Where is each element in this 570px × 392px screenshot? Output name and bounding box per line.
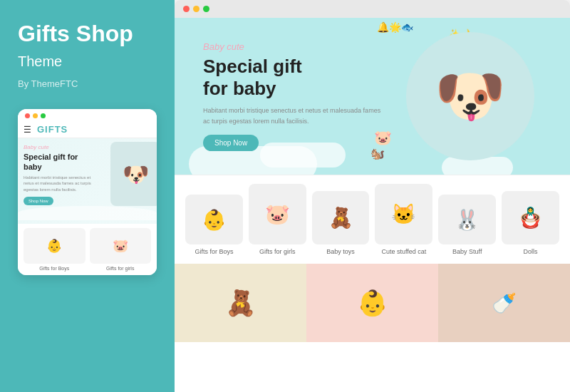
mobile-product-card-boys: 👶 Gifts for Boys: [24, 228, 86, 271]
product-label-dolls: Dolls: [502, 248, 559, 255]
product-img-toys: 🧸: [312, 191, 370, 244]
shop-now-button[interactable]: Shop Now: [203, 135, 259, 151]
product-img-boys: 👶: [185, 195, 243, 244]
mobile-cloud-decor: [18, 206, 157, 220]
browser-top-bar: [175, 0, 570, 18]
gallery-section: 🧸 👶 🍼: [175, 264, 570, 342]
mobile-hero-tag: Baby cute: [24, 144, 91, 150]
mobile-mockup: ☰ GIFTS Baby cute Special gift for baby …: [18, 109, 157, 275]
product-item-cat: 🐱 Cute stuffed cat: [375, 184, 432, 255]
browser-dot-green: [203, 6, 209, 12]
mobile-hero-desc: Habitant morbi tristique senectus et net…: [24, 175, 91, 192]
mobile-top-bar: [18, 109, 157, 121]
product-img-dolls: 🪆: [502, 191, 559, 244]
product-img-stuff: 🐰: [438, 195, 496, 244]
product-item-girls: 🐷 Gifts for girls: [249, 184, 306, 255]
mobile-product-label-girls: Gifts for girls: [90, 266, 152, 271]
hero-title: Special giftfor baby: [203, 56, 381, 100]
baby-icon: 🐶: [435, 63, 506, 130]
product-label-girls: Gifts for girls: [249, 248, 306, 255]
mobile-logo: GIFTS: [37, 124, 68, 135]
product-label-stuff: Baby Stuff: [438, 248, 496, 255]
dot-yellow: [33, 113, 38, 118]
hero-desc: Habitant morbi tristique senectus et net…: [203, 105, 381, 126]
product-item-stuff: 🐰 Baby Stuff: [438, 195, 496, 255]
right-panel: 🔔🌟🐟 ✨🌙 🐷 🐿️ Baby cute Special giftfor ba…: [175, 0, 570, 392]
products-section: 👶 Gifts for Boys 🐷 Gifts for girls 🧸 Bab…: [175, 175, 570, 264]
product-item-dolls: 🪆 Dolls: [502, 191, 559, 255]
product-item-toys: 🧸 Baby toys: [312, 191, 370, 255]
mobile-hero-title: Special gift for baby: [24, 152, 91, 172]
mobile-product-label-boys: Gifts for Boys: [24, 266, 86, 271]
dot-green: [41, 113, 46, 118]
mobile-product-img-boys: 👶: [24, 228, 86, 264]
product-label-toys: Baby toys: [312, 248, 370, 255]
products-grid: 👶 Gifts for Boys 🐷 Gifts for girls 🧸 Bab…: [185, 184, 559, 255]
browser-mockup: 🔔🌟🐟 ✨🌙 🐷 🐿️ Baby cute Special giftfor ba…: [175, 0, 570, 392]
hero-baby-image: 🐶: [392, 25, 549, 167]
byline: By ThemeFTC: [18, 78, 157, 89]
gallery-img-2: 👶: [306, 264, 438, 342]
desktop-hero: 🔔🌟🐟 ✨🌙 🐷 🐿️ Baby cute Special giftfor ba…: [175, 18, 570, 175]
product-img-girls: 🐷: [249, 184, 306, 244]
dot-red: [25, 113, 30, 118]
mobile-shop-button[interactable]: Shop Now: [24, 197, 53, 205]
browser-dot-red: [183, 6, 190, 12]
mobile-product-img-girls: 🐷: [90, 228, 152, 264]
mobile-baby-image: 🐶: [110, 142, 157, 206]
product-label-boys: Gifts for Boys: [185, 248, 243, 255]
hamburger-icon: ☰: [24, 125, 31, 135]
mobile-hero: Baby cute Special gift for baby Habitant…: [18, 138, 157, 224]
left-panel: Gifts Shop Theme By ThemeFTC ☰ GIFTS Bab…: [0, 0, 175, 392]
subtitle: Theme: [18, 53, 157, 70]
mobile-products: 👶 Gifts for Boys 🐷 Gifts for girls: [18, 224, 157, 275]
baby-face-icon: 🐶: [123, 162, 149, 187]
product-img-cat: 🐱: [375, 184, 432, 244]
hero-content: Baby cute Special giftfor baby Habitant …: [203, 41, 381, 151]
gallery-img-1: 🧸: [175, 264, 306, 342]
hero-baby-circle: 🐶: [406, 32, 534, 160]
gallery-img-3: 🍼: [438, 264, 570, 342]
hero-tag: Baby cute: [203, 41, 381, 52]
main-title: Gifts Shop: [18, 21, 157, 46]
product-label-cat: Cute stuffed cat: [375, 248, 432, 255]
mobile-nav: ☰ GIFTS: [18, 121, 157, 138]
product-item-boys: 👶 Gifts for Boys: [185, 195, 243, 255]
mobile-product-card-girls: 🐷 Gifts for girls: [90, 228, 152, 271]
browser-dot-yellow: [193, 6, 200, 12]
